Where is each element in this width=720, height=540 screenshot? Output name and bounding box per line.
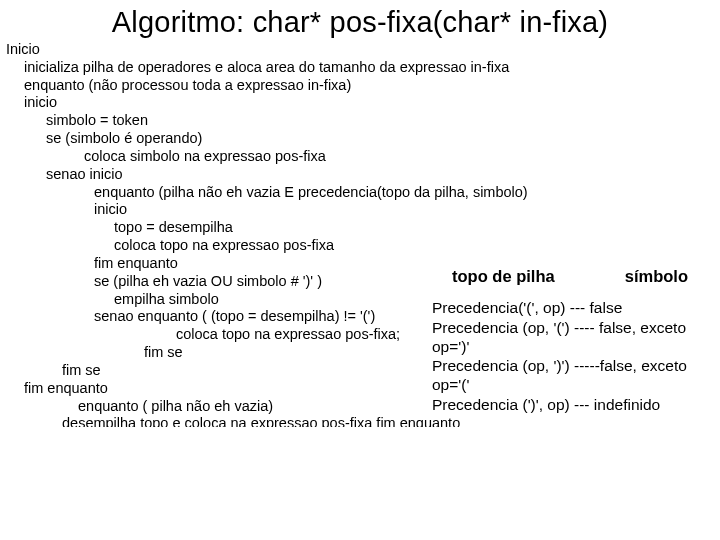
code-line: coloca topo na expressao pos-fixa <box>6 237 714 255</box>
header-topo: topo de pilha <box>452 266 555 286</box>
code-line: inicio <box>6 201 714 219</box>
slide: Algoritmo: char* pos-fixa(char* in-fixa)… <box>0 0 720 540</box>
code-line: topo = desempilha <box>6 219 714 237</box>
code-line: coloca simbolo na expressao pos-fixa <box>6 148 714 166</box>
code-line: Inicio <box>6 41 714 59</box>
code-line: enquanto (não processou toda a expressao… <box>6 77 714 95</box>
code-line: inicio <box>6 94 714 112</box>
code-line: se (simbolo é operando) <box>6 130 714 148</box>
header-simbolo: símbolo <box>625 266 688 286</box>
precedence-header: topo de pilha símbolo <box>432 266 694 286</box>
precedence-box: topo de pilha símbolo Precedencia('(', o… <box>432 266 694 414</box>
code-line: senao inicio <box>6 166 714 184</box>
code-line: enquanto (pilha não eh vazia E precedenc… <box>6 184 714 202</box>
slide-title: Algoritmo: char* pos-fixa(char* in-fixa) <box>0 0 720 41</box>
precedence-rule: Precedencia (')', op) --- indefinido <box>432 395 694 414</box>
precedence-rule: Precedencia('(', op) --- false <box>432 298 694 317</box>
precedence-rule: Precedencia (op, ')') -----false, exceto… <box>432 356 694 394</box>
code-line: inicializa pilha de operadores e aloca a… <box>6 59 714 77</box>
code-line: simbolo = token <box>6 112 714 130</box>
code-line-cut: desempilha topo e coloca na expressao po… <box>6 415 714 427</box>
precedence-rule: Precedencia (op, '(') ---- false, exceto… <box>432 318 694 356</box>
